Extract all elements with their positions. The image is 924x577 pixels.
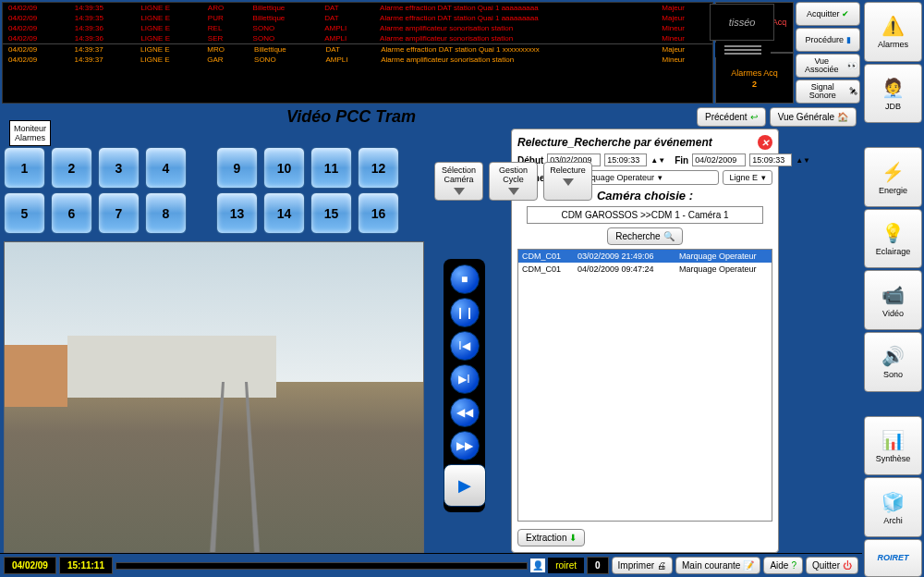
monitor-15[interactable]: 15: [310, 192, 352, 234]
bulb-icon: 💡: [881, 221, 906, 245]
monitor-14[interactable]: 14: [263, 192, 305, 234]
book-icon: ▮: [846, 36, 851, 44]
monitor-6[interactable]: 6: [51, 192, 92, 234]
power-icon: ⏻: [843, 560, 852, 571]
speaker-icon: 🔊: [881, 344, 906, 368]
status-time: 15:11:11: [59, 557, 113, 574]
binoc-icon: 👀: [847, 62, 857, 70]
status-count: 0: [587, 557, 609, 574]
check-icon: ✔: [842, 10, 849, 18]
person-icon: 🧑‍💼: [881, 76, 906, 100]
pause-button[interactable]: ❙❙: [450, 298, 480, 327]
monitor-9[interactable]: 9: [216, 147, 258, 189]
alarms-ack-label: Alarmes Acq 2: [715, 53, 794, 104]
quit-button[interactable]: Quitter⏻: [806, 557, 858, 574]
sound-button[interactable]: Signal Sonore 🛰: [796, 80, 860, 104]
general-view-button[interactable]: Vue Générale🏠: [770, 107, 857, 127]
brand-logo: tisséo: [710, 4, 774, 41]
note-icon: 📝: [743, 560, 754, 571]
monitor-2[interactable]: 2: [51, 147, 92, 189]
rewind-button[interactable]: ◀◀: [450, 398, 480, 427]
extraction-button[interactable]: Extraction⬇: [517, 529, 585, 546]
select-camera-button[interactable]: Sélection Caméra: [434, 162, 483, 201]
nav-light[interactable]: 💡Eclairage: [864, 209, 922, 269]
monitor-11[interactable]: 11: [310, 147, 352, 189]
printer-icon: 🖨: [657, 560, 666, 571]
chart-icon: 📊: [881, 428, 906, 452]
results-table[interactable]: CDM_C0103/02/2009 21:49:06Marquage Opera…: [517, 249, 772, 522]
menu-icon[interactable]: [715, 43, 771, 57]
event-select[interactable]: Marquage Operateur▾: [570, 170, 719, 185]
download-icon: ⬇: [569, 533, 577, 543]
print-button[interactable]: Imprimer🖨: [612, 557, 673, 574]
monitor-4[interactable]: 4: [145, 147, 187, 189]
alarm-panel: 04/02/0914:39:35LIGNE EAROBillettiqueDAT…: [2, 2, 713, 104]
help-icon: ?: [791, 560, 796, 571]
user-icon: 👤: [530, 559, 545, 572]
play-button[interactable]: ▶: [444, 464, 486, 507]
cycle-mgmt-button[interactable]: Gestion Cycle: [489, 162, 538, 201]
status-user: roiret: [548, 558, 584, 573]
assoc-view-button[interactable]: Vue Associée 👀: [796, 54, 860, 78]
alarm-row[interactable]: 04/02/0914:39:36LIGNE ESERSONOAMPLIAlarm…: [3, 33, 712, 43]
monitor-1[interactable]: 1: [4, 147, 45, 189]
next-frame-button[interactable]: ▶I: [450, 364, 480, 394]
result-row[interactable]: CDM_C0104/02/2009 09:47:24Marquage Opera…: [518, 263, 772, 276]
playback-control-panel: ■ ❙❙ I◀ ▶I ◀◀ ▶▶ ▶: [444, 259, 485, 512]
line-select[interactable]: Ligne E▾: [723, 170, 772, 185]
status-message: [116, 562, 528, 570]
nav-jdb[interactable]: 🧑‍💼JDB: [864, 64, 922, 124]
forward-button[interactable]: ▶▶: [450, 431, 480, 460]
chevron-down-icon: [454, 188, 465, 195]
alarm-row[interactable]: 04/02/0914:39:35LIGNE EAROBillettiqueDAT…: [3, 3, 712, 13]
prev-button[interactable]: Précédent↩: [697, 107, 766, 127]
video-preview: [4, 241, 424, 553]
chevron-down-icon: [563, 178, 574, 186]
alarm-row[interactable]: 04/02/0914:39:37LIGNE EMROBillettiqueDAT…: [3, 44, 712, 55]
start-time-input[interactable]: [604, 153, 647, 166]
monitor-3[interactable]: 3: [98, 147, 140, 189]
main-courante-button[interactable]: Main courante📝: [675, 557, 760, 574]
end-date-input[interactable]: [692, 153, 746, 166]
nav-video[interactable]: 📹Vidéo: [864, 270, 922, 330]
monitor-8[interactable]: 8: [145, 192, 187, 234]
close-button[interactable]: ✕: [758, 135, 772, 150]
stop-button[interactable]: ■: [450, 264, 480, 294]
alarm-row[interactable]: 04/02/0914:39:37LIGNE EGARSONOAMPLIAlarm…: [3, 55, 712, 65]
prev-frame-button[interactable]: I◀: [450, 331, 480, 361]
nav-archi[interactable]: 🧊Archi: [864, 477, 922, 537]
alarm-row[interactable]: 04/02/0914:39:35LIGNE EPURBillettiqueDAT…: [3, 13, 712, 23]
end-time-input[interactable]: [749, 153, 792, 166]
arrow-back-icon: ↩: [750, 112, 758, 122]
chevron-down-icon: ▾: [658, 173, 663, 182]
monitor-5[interactable]: 5: [4, 192, 45, 234]
search-icon: 🔍: [663, 231, 675, 241]
home-icon: 🏠: [837, 112, 848, 122]
monitor-10[interactable]: 10: [263, 147, 305, 189]
search-panel-title: Relecture_Recherche par événement: [517, 136, 712, 149]
cubes-icon: 🧊: [881, 490, 906, 514]
monitor-7[interactable]: 7: [98, 192, 140, 234]
end-label: Fin: [675, 155, 688, 166]
camera-icon: 📹: [881, 283, 906, 307]
nav-alarms[interactable]: ⚠️Alarmes: [864, 2, 922, 62]
pylon-icon: ⚡: [881, 160, 906, 184]
nav-sono[interactable]: 🔊Sono: [864, 332, 922, 392]
result-row[interactable]: CDM_C0103/02/2009 21:49:06Marquage Opera…: [518, 250, 772, 263]
monitor-16[interactable]: 16: [358, 192, 399, 234]
nav-energy[interactable]: ⚡Energie: [864, 147, 922, 207]
replay-button[interactable]: Relecture: [543, 162, 592, 201]
page-title: Vidéo PCC Tram: [6, 107, 697, 127]
help-button[interactable]: Aide?: [763, 557, 803, 574]
nav-synth[interactable]: 📊Synthèse: [864, 416, 922, 476]
ack-button[interactable]: Acquitter ✔: [796, 2, 860, 26]
speaker-icon: 🛰: [849, 88, 857, 96]
alarm-row[interactable]: 04/02/0914:39:36LIGNE ERELSONOAMPLIAlarm…: [3, 23, 712, 33]
procedure-button[interactable]: Procédure ▮: [796, 28, 860, 52]
monitor-13[interactable]: 13: [216, 192, 258, 234]
nav-roiret[interactable]: ROIRET: [864, 539, 922, 577]
monitor-12[interactable]: 12: [358, 147, 399, 189]
monitor-label: MoniteurAlarmes: [9, 120, 51, 146]
search-button[interactable]: Recherche🔍: [607, 227, 682, 245]
camera-chosen-value: CDM GAROSSOS >>CDM 1 - Caméra 1: [527, 206, 763, 224]
